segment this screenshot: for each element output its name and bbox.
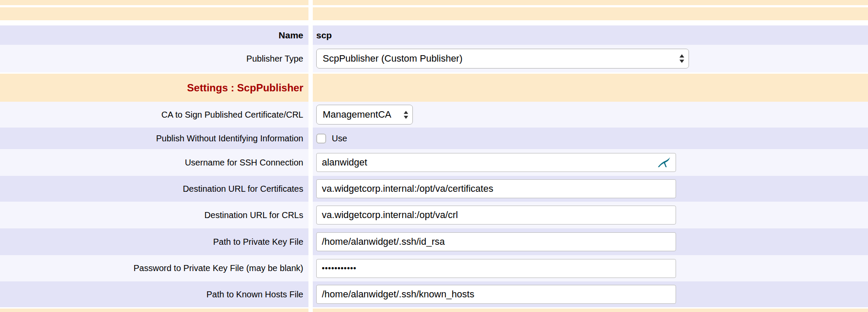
- known-hosts-row: Path to Known Hosts File: [0, 281, 868, 307]
- private-key-row: Path to Private Key File: [0, 228, 868, 255]
- username-row: Username for SSH Connection: [0, 149, 868, 176]
- anonymize-label: Publish Without Identifying Information: [156, 134, 303, 144]
- cert-url-label: Destination URL for Certificates: [183, 184, 303, 194]
- top-band-2: [0, 7, 868, 20]
- publisher-type-select[interactable]: ScpPublisher (Custom Publisher): [316, 49, 689, 69]
- name-row: Name scp: [0, 25, 868, 45]
- settings-header-row: Settings : ScpPublisher: [0, 74, 868, 102]
- anonymize-row: Publish Without Identifying Information …: [0, 128, 868, 149]
- crl-url-input[interactable]: [316, 206, 676, 225]
- settings-heading: Settings : ScpPublisher: [187, 82, 303, 94]
- select-updown-arrows-icon: [679, 53, 685, 64]
- top-band: [0, 0, 868, 5]
- name-label: Name: [279, 30, 303, 41]
- use-checkbox-label: Use: [332, 134, 347, 144]
- row-gap: [0, 20, 868, 25]
- edit-publisher-form: Name scp Publisher Type ScpPublisher (Cu…: [0, 0, 868, 312]
- username-label: Username for SSH Connection: [185, 158, 303, 168]
- private-key-label: Path to Private Key File: [213, 237, 303, 247]
- private-key-password-input[interactable]: [316, 259, 676, 278]
- ca-selected-value: ManagementCA: [323, 109, 391, 120]
- username-input[interactable]: [316, 153, 676, 172]
- ca-label: CA to Sign Published Certificate/CRL: [161, 110, 303, 120]
- crl-url-label: Destination URL for CRLs: [204, 210, 303, 220]
- name-value: scp: [316, 30, 332, 41]
- known-hosts-input[interactable]: [316, 285, 676, 304]
- crl-url-row: Destination URL for CRLs: [0, 202, 868, 228]
- cert-url-row: Destination URL for Certificates: [0, 176, 868, 202]
- ca-select[interactable]: ManagementCA: [316, 105, 413, 125]
- private-key-input[interactable]: [316, 232, 676, 251]
- bottom-band: [0, 309, 868, 312]
- publisher-type-row: Publisher Type ScpPublisher (Custom Publ…: [0, 45, 868, 72]
- cert-url-input[interactable]: [316, 179, 676, 198]
- publisher-type-label: Publisher Type: [246, 54, 303, 64]
- private-key-password-row: Password to Private Key File (may be bla…: [0, 255, 868, 281]
- known-hosts-label: Path to Known Hosts File: [206, 290, 303, 300]
- private-key-password-label: Password to Private Key File (may be bla…: [134, 263, 304, 273]
- password-manager-impala-icon[interactable]: [657, 157, 671, 168]
- select-updown-arrows-icon: [403, 110, 409, 120]
- publisher-type-selected-value: ScpPublisher (Custom Publisher): [323, 53, 462, 64]
- ca-row: CA to Sign Published Certificate/CRL Man…: [0, 102, 868, 128]
- use-checkbox[interactable]: [316, 134, 326, 144]
